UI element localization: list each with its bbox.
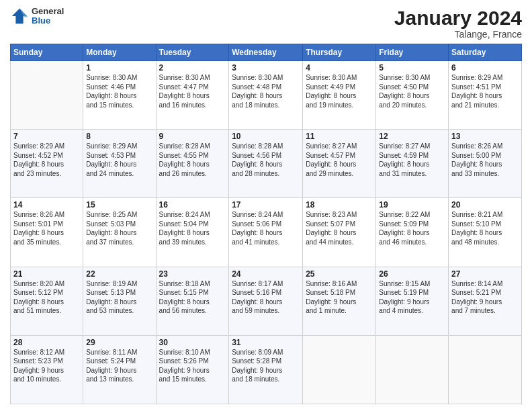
calendar-cell: 20Sunrise: 8:21 AMSunset: 5:10 PMDayligh… (449, 198, 522, 267)
day-number: 25 (306, 269, 373, 279)
day-info: Sunrise: 8:12 AMSunset: 5:23 PMDaylight:… (13, 348, 80, 384)
calendar-cell: 15Sunrise: 8:25 AMSunset: 5:03 PMDayligh… (83, 198, 156, 267)
calendar-week-row: 28Sunrise: 8:12 AMSunset: 5:23 PMDayligh… (11, 335, 522, 404)
day-info: Sunrise: 8:18 AMSunset: 5:15 PMDaylight:… (159, 279, 226, 316)
header-sunday: Sunday (11, 44, 83, 61)
calendar-cell: 30Sunrise: 8:10 AMSunset: 5:26 PMDayligh… (156, 335, 229, 404)
calendar-cell: 8Sunrise: 8:29 AMSunset: 4:53 PMDaylight… (83, 130, 156, 198)
calendar-cell (303, 335, 376, 404)
day-info: Sunrise: 8:30 AMSunset: 4:48 PMDaylight:… (232, 73, 300, 109)
header-friday: Friday (376, 44, 449, 61)
title-block: January 2024 Talange, France (394, 7, 522, 40)
day-number: 18 (306, 200, 373, 210)
header-thursday: Thursday (303, 44, 376, 61)
day-info: Sunrise: 8:16 AMSunset: 5:18 PMDaylight:… (306, 279, 373, 316)
day-info: Sunrise: 8:23 AMSunset: 5:07 PMDaylight:… (306, 210, 373, 246)
day-number: 21 (13, 269, 80, 279)
calendar-week-row: 7Sunrise: 8:29 AMSunset: 4:52 PMDaylight… (11, 130, 522, 198)
day-number: 29 (86, 338, 152, 347)
day-number: 22 (86, 269, 152, 279)
calendar-cell: 11Sunrise: 8:27 AMSunset: 4:57 PMDayligh… (303, 130, 376, 198)
day-info: Sunrise: 8:22 AMSunset: 5:09 PMDaylight:… (379, 210, 445, 246)
calendar-cell: 23Sunrise: 8:18 AMSunset: 5:15 PMDayligh… (156, 267, 229, 335)
weekday-header-row: Sunday Monday Tuesday Wednesday Thursday… (11, 44, 522, 61)
calendar-cell: 2Sunrise: 8:30 AMSunset: 4:47 PMDaylight… (156, 61, 229, 130)
day-info: Sunrise: 8:24 AMSunset: 5:04 PMDaylight:… (159, 210, 226, 246)
logo-icon (10, 7, 29, 26)
calendar-cell: 12Sunrise: 8:27 AMSunset: 4:59 PMDayligh… (376, 130, 449, 198)
day-number: 19 (379, 200, 445, 210)
day-number: 15 (86, 200, 152, 210)
day-number: 28 (13, 338, 80, 347)
day-number: 27 (451, 269, 519, 279)
calendar-week-row: 14Sunrise: 8:26 AMSunset: 5:01 PMDayligh… (11, 198, 522, 267)
day-info: Sunrise: 8:29 AMSunset: 4:52 PMDaylight:… (13, 142, 80, 178)
calendar-cell: 13Sunrise: 8:26 AMSunset: 5:00 PMDayligh… (449, 130, 522, 198)
calendar-cell: 10Sunrise: 8:28 AMSunset: 4:56 PMDayligh… (229, 130, 303, 198)
day-number: 8 (86, 132, 152, 141)
day-number: 9 (159, 132, 226, 141)
day-info: Sunrise: 8:30 AMSunset: 4:46 PMDaylight:… (86, 73, 152, 109)
calendar-week-row: 1Sunrise: 8:30 AMSunset: 4:46 PMDaylight… (11, 61, 522, 130)
day-info: Sunrise: 8:30 AMSunset: 4:49 PMDaylight:… (306, 73, 373, 109)
day-info: Sunrise: 8:19 AMSunset: 5:13 PMDaylight:… (86, 279, 152, 316)
day-number: 12 (379, 132, 445, 141)
day-number: 6 (451, 63, 519, 73)
logo-blue: Blue (32, 16, 64, 26)
day-number: 23 (159, 269, 226, 279)
day-info: Sunrise: 8:26 AMSunset: 5:00 PMDaylight:… (451, 142, 519, 178)
day-info: Sunrise: 8:28 AMSunset: 4:55 PMDaylight:… (159, 142, 226, 178)
day-info: Sunrise: 8:21 AMSunset: 5:10 PMDaylight:… (451, 210, 519, 246)
calendar-cell: 9Sunrise: 8:28 AMSunset: 4:55 PMDaylight… (156, 130, 229, 198)
day-number: 30 (159, 338, 226, 347)
calendar-cell: 5Sunrise: 8:30 AMSunset: 4:50 PMDaylight… (376, 61, 449, 130)
calendar-cell: 29Sunrise: 8:11 AMSunset: 5:24 PMDayligh… (83, 335, 156, 404)
calendar-cell: 28Sunrise: 8:12 AMSunset: 5:23 PMDayligh… (11, 335, 83, 404)
day-info: Sunrise: 8:24 AMSunset: 5:06 PMDaylight:… (232, 210, 300, 246)
day-number: 2 (159, 63, 226, 73)
calendar-cell: 17Sunrise: 8:24 AMSunset: 5:06 PMDayligh… (229, 198, 303, 267)
day-number: 11 (306, 132, 373, 141)
calendar-cell: 22Sunrise: 8:19 AMSunset: 5:13 PMDayligh… (83, 267, 156, 335)
calendar-cell (11, 61, 83, 130)
calendar-cell: 24Sunrise: 8:17 AMSunset: 5:16 PMDayligh… (229, 267, 303, 335)
day-number: 24 (232, 269, 300, 279)
day-info: Sunrise: 8:09 AMSunset: 5:28 PMDaylight:… (232, 348, 300, 384)
day-number: 5 (379, 63, 445, 73)
day-info: Sunrise: 8:26 AMSunset: 5:01 PMDaylight:… (13, 210, 80, 246)
calendar-cell (376, 335, 449, 404)
calendar-week-row: 21Sunrise: 8:20 AMSunset: 5:12 PMDayligh… (11, 267, 522, 335)
calendar-cell: 7Sunrise: 8:29 AMSunset: 4:52 PMDaylight… (11, 130, 83, 198)
calendar-cell: 18Sunrise: 8:23 AMSunset: 5:07 PMDayligh… (303, 198, 376, 267)
calendar-cell: 4Sunrise: 8:30 AMSunset: 4:49 PMDaylight… (303, 61, 376, 130)
header-monday: Monday (83, 44, 156, 61)
day-info: Sunrise: 8:27 AMSunset: 4:57 PMDaylight:… (306, 142, 373, 178)
day-info: Sunrise: 8:15 AMSunset: 5:19 PMDaylight:… (379, 279, 445, 316)
day-number: 10 (232, 132, 300, 141)
day-number: 1 (86, 63, 152, 73)
day-number: 31 (232, 338, 300, 347)
day-info: Sunrise: 8:14 AMSunset: 5:21 PMDaylight:… (451, 279, 519, 316)
day-info: Sunrise: 8:10 AMSunset: 5:26 PMDaylight:… (159, 348, 226, 384)
day-number: 14 (13, 200, 80, 210)
day-number: 4 (306, 63, 373, 73)
day-number: 13 (451, 132, 519, 141)
day-info: Sunrise: 8:25 AMSunset: 5:03 PMDaylight:… (86, 210, 152, 246)
header-wednesday: Wednesday (229, 44, 303, 61)
calendar-cell: 3Sunrise: 8:30 AMSunset: 4:48 PMDaylight… (229, 61, 303, 130)
day-info: Sunrise: 8:28 AMSunset: 4:56 PMDaylight:… (232, 142, 300, 178)
header-tuesday: Tuesday (156, 44, 229, 61)
day-info: Sunrise: 8:17 AMSunset: 5:16 PMDaylight:… (232, 279, 300, 316)
calendar-cell: 14Sunrise: 8:26 AMSunset: 5:01 PMDayligh… (11, 198, 83, 267)
calendar-cell: 25Sunrise: 8:16 AMSunset: 5:18 PMDayligh… (303, 267, 376, 335)
header-saturday: Saturday (449, 44, 522, 61)
calendar-cell: 16Sunrise: 8:24 AMSunset: 5:04 PMDayligh… (156, 198, 229, 267)
day-number: 7 (13, 132, 80, 141)
location: Talange, France (394, 29, 522, 40)
day-number: 17 (232, 200, 300, 210)
day-info: Sunrise: 8:29 AMSunset: 4:51 PMDaylight:… (451, 73, 519, 109)
calendar-cell: 31Sunrise: 8:09 AMSunset: 5:28 PMDayligh… (229, 335, 303, 404)
calendar: Sunday Monday Tuesday Wednesday Thursday… (10, 44, 522, 404)
logo-general: General (32, 7, 64, 16)
calendar-cell (449, 335, 522, 404)
